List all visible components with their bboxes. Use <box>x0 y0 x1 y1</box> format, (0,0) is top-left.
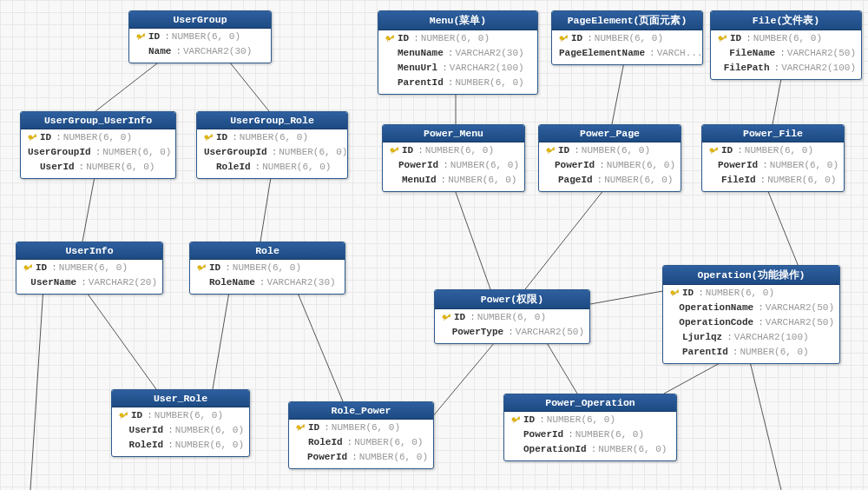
field-row[interactable]: ID:NUMBER(6, 0) <box>702 143 844 158</box>
field-row[interactable]: OperationName:VARCHAR2(50) <box>663 301 839 315</box>
field-row[interactable]: ID:NUMBER(6, 0) <box>711 31 861 46</box>
field-name: ID <box>216 131 227 144</box>
field-row[interactable]: ID:NUMBER(6, 0) <box>504 413 676 427</box>
entity-Power[interactable]: Power(权限)ID:NUMBER(6, 0)PowerType:VARCHA… <box>434 289 590 344</box>
field-type: NUMBER(6, 0) <box>240 131 308 144</box>
field-type: NUMBER(6, 0) <box>332 421 400 434</box>
entity-Power_Operation[interactable]: Power_OperationID:NUMBER(6, 0)PowerId:NU… <box>503 394 677 461</box>
field-row[interactable]: ParentId:NUMBER(6, 0) <box>378 76 537 90</box>
entity-UserGroup[interactable]: UserGroupID:NUMBER(6, 0)Name:VARCHAR2(30… <box>128 10 272 63</box>
entity-User_Role[interactable]: User_RoleID:NUMBER(6, 0)UserId:NUMBER(6,… <box>111 389 250 457</box>
field-separator: : <box>597 174 603 187</box>
field-separator: : <box>758 316 764 329</box>
field-row[interactable]: ID:NUMBER(6, 0) <box>663 286 839 301</box>
field-row[interactable]: ID:NUMBER(6, 0) <box>112 408 249 423</box>
entity-body: ID:NUMBER(6, 0)PageElementName:VARCH... <box>552 30 702 64</box>
entity-body: ID:NUMBER(6, 0)UserGroupId:NUMBER(6, 0)U… <box>21 129 175 178</box>
entity-UserGroup_Role[interactable]: UserGroup_RoleID:NUMBER(6, 0)UserGroupId… <box>196 111 348 179</box>
field-row[interactable]: PowerId:NUMBER(6, 0) <box>702 158 844 173</box>
field-row[interactable]: ID:NUMBER(6, 0) <box>435 310 589 325</box>
field-row[interactable]: RoleId:NUMBER(6, 0) <box>197 160 347 175</box>
field-row[interactable]: MenuId:NUMBER(6, 0) <box>383 173 524 188</box>
svg-line-15 <box>30 287 43 490</box>
entity-body: ID:NUMBER(6, 0)FileName:VARCHAR2(50)File… <box>711 30 861 79</box>
svg-line-10 <box>213 287 230 389</box>
field-name: ParentId <box>682 346 728 359</box>
entity-header: Power(权限) <box>435 290 589 309</box>
field-name: PageId <box>558 174 593 187</box>
entity-UserGroup_UserInfo[interactable]: UserGroup_UserInfoID:NUMBER(6, 0)UserGro… <box>20 111 176 179</box>
entity-body: ID:NUMBER(6, 0)UserId:NUMBER(6, 0)RoleId… <box>112 407 249 456</box>
entity-Operation[interactable]: Operation(功能操作)ID:NUMBER(6, 0)OperationN… <box>662 265 840 364</box>
entity-header: UserInfo <box>16 242 162 260</box>
field-row[interactable]: ID:NUMBER(6, 0) <box>190 261 345 275</box>
field-type: NUMBER(6, 0) <box>582 144 650 157</box>
field-row[interactable]: ID:NUMBER(6, 0) <box>383 143 524 158</box>
field-row[interactable]: PowerId:NUMBER(6, 0) <box>539 158 681 173</box>
field-row[interactable]: ID:NUMBER(6, 0) <box>539 143 681 158</box>
field-row[interactable]: UserId:NUMBER(6, 0) <box>112 423 249 438</box>
field-row[interactable]: RoleName:VARCHAR2(30) <box>190 275 345 290</box>
field-row[interactable]: UserGroupId:NUMBER(6, 0) <box>197 145 347 160</box>
field-type: NUMBER(6, 0) <box>598 443 667 456</box>
entity-Power_Menu[interactable]: Power_MenuID:NUMBER(6, 0)PowerId:NUMBER(… <box>382 124 525 192</box>
field-row[interactable]: ID:NUMBER(6, 0) <box>21 130 175 145</box>
entity-UserInfo[interactable]: UserInfoID:NUMBER(6, 0)UserName:VARCHAR2… <box>16 242 163 295</box>
field-row[interactable]: RoleId:NUMBER(6, 0) <box>289 435 433 450</box>
entity-File[interactable]: File(文件表)ID:NUMBER(6, 0)FileName:VARCHAR… <box>710 10 862 80</box>
field-row[interactable]: ID:NUMBER(6, 0) <box>129 30 271 44</box>
field-row[interactable]: UserId:NUMBER(6, 0) <box>21 160 175 175</box>
field-row[interactable]: ID:NUMBER(6, 0) <box>378 31 537 46</box>
field-name: ID <box>398 32 409 45</box>
svg-line-5 <box>612 57 625 124</box>
entity-Role_Power[interactable]: Role_PowerID:NUMBER(6, 0)RoleId:NUMBER(6… <box>288 401 434 469</box>
entity-header: UserGroup_Role <box>197 112 347 129</box>
field-row[interactable]: PowerType:VARCHAR2(50) <box>435 325 589 340</box>
entity-Role[interactable]: RoleID:NUMBER(6, 0)RoleName:VARCHAR2(30) <box>189 242 345 295</box>
field-row[interactable]: Ljurlqz:VARCHAR2(100) <box>663 330 839 345</box>
entity-header: File(文件表) <box>711 11 861 30</box>
entity-body: ID:NUMBER(6, 0)OperationName:VARCHAR2(50… <box>663 285 839 363</box>
primary-key-icon <box>544 147 556 156</box>
field-name: Name <box>148 45 171 58</box>
field-row[interactable]: ID:NUMBER(6, 0) <box>289 420 433 435</box>
field-row[interactable]: UserName:VARCHAR2(20) <box>16 275 162 290</box>
field-name: RoleName <box>209 276 255 289</box>
svg-line-2 <box>82 172 95 242</box>
field-type: NUMBER(6, 0) <box>59 262 128 275</box>
field-row[interactable]: OperationId:NUMBER(6, 0) <box>504 442 676 457</box>
field-row[interactable]: ID:NUMBER(6, 0) <box>552 31 702 46</box>
field-row[interactable]: MenuName:VARCHAR2(30) <box>378 46 537 61</box>
field-row[interactable]: PageElementName:VARCH... <box>552 46 702 61</box>
field-row[interactable]: FileName:VARCHAR2(50) <box>711 46 861 61</box>
field-row[interactable]: RoleId:NUMBER(6, 0) <box>112 438 249 453</box>
svg-point-19 <box>561 40 562 41</box>
field-row[interactable]: UserGroupId:NUMBER(6, 0) <box>21 145 175 160</box>
entity-PageElement[interactable]: PageElement(页面元素)ID:NUMBER(6, 0)PageElem… <box>551 10 703 65</box>
field-row[interactable]: PowerId:NUMBER(6, 0) <box>383 158 524 173</box>
field-separator: : <box>225 262 231 275</box>
entity-Power_Page[interactable]: Power_PageID:NUMBER(6, 0)PowerId:NUMBER(… <box>538 124 681 192</box>
field-row[interactable]: OperationCode:VARCHAR2(50) <box>663 315 839 330</box>
field-row[interactable]: ID:NUMBER(6, 0) <box>197 130 347 145</box>
field-row[interactable]: Name:VARCHAR2(30) <box>129 44 271 59</box>
field-row[interactable]: MenuUrl:VARCHAR2(100) <box>378 61 537 76</box>
entity-body: ID:NUMBER(6, 0)RoleName:VARCHAR2(30) <box>190 260 345 294</box>
entity-Menu[interactable]: Menu(菜单)ID:NUMBER(6, 0)MenuName:VARCHAR2… <box>378 10 538 95</box>
primary-key-icon <box>294 424 306 433</box>
field-row[interactable]: PowerId:NUMBER(6, 0) <box>504 427 676 442</box>
field-type: VARCHAR2(100) <box>781 62 856 75</box>
field-row[interactable]: PageId:NUMBER(6, 0) <box>539 173 681 188</box>
field-type: VARCHAR2(100) <box>450 62 524 75</box>
field-row[interactable]: FilePath:VARCHAR2(100) <box>711 61 861 76</box>
svg-point-29 <box>672 295 673 295</box>
field-name: ID <box>209 262 220 275</box>
field-separator: : <box>760 174 766 187</box>
field-row[interactable]: ParentId:NUMBER(6, 0) <box>663 345 839 360</box>
field-row[interactable]: PowerId:NUMBER(6, 0) <box>289 450 433 465</box>
field-type: NUMBER(6, 0) <box>175 424 244 437</box>
field-row[interactable]: FileId:NUMBER(6, 0) <box>702 173 844 188</box>
entity-Power_File[interactable]: Power_FileID:NUMBER(6, 0)PowerId:NUMBER(… <box>701 124 845 192</box>
field-row[interactable]: ID:NUMBER(6, 0) <box>16 261 162 275</box>
field-name: ID <box>558 144 569 157</box>
